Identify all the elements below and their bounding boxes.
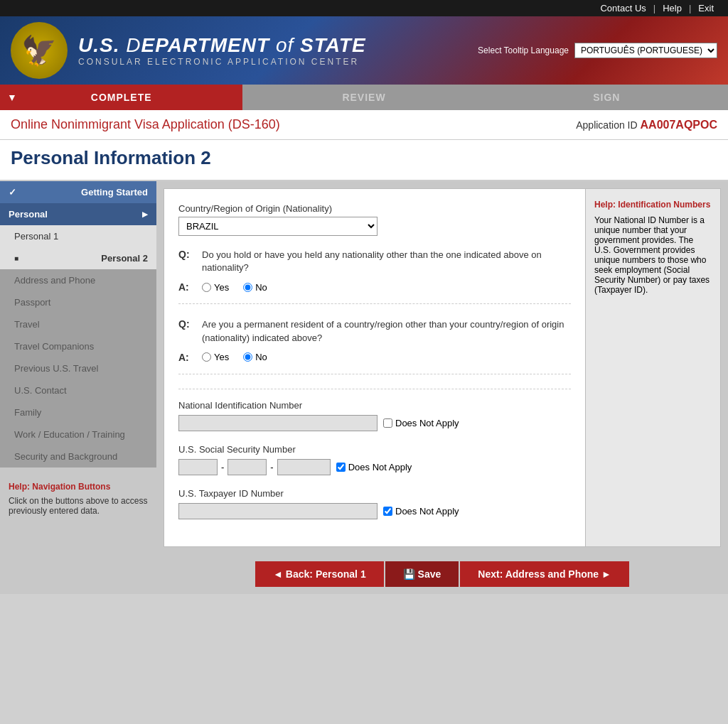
save-button[interactable]: 💾 Save: [385, 561, 459, 587]
q2-no-radio[interactable]: [243, 352, 252, 362]
app-header: Online Nonimmigrant Visa Application (DS…: [0, 110, 728, 140]
page-title: Personal Information 2: [0, 140, 728, 181]
question-2-row: Q: Are you a permanent resident of a cou…: [178, 318, 571, 344]
sidebar-item-us-contact[interactable]: U.S. Contact: [0, 379, 156, 401]
q1-yes-option[interactable]: Yes: [202, 282, 229, 293]
sidebar-item-family[interactable]: Family: [0, 401, 156, 423]
a1-label: A:: [178, 281, 196, 293]
sidebar-help-text: Click on the buttons above to access pre…: [9, 496, 148, 516]
q2-yes-radio[interactable]: [202, 352, 211, 362]
nationality-group: Country/Region of Origin (Nationality) B…: [178, 203, 571, 236]
national-id-dna-checkbox[interactable]: [383, 418, 392, 428]
answer-2-row: A: Yes No: [178, 352, 571, 363]
sidebar-item-personal-1[interactable]: Personal 1: [0, 225, 156, 247]
content-wrapper: Getting Started Personal Personal 1 Pers…: [0, 181, 728, 594]
taxpayer-id-dna-label[interactable]: Does Not Apply: [383, 506, 459, 517]
agency-seal: 🦅: [11, 22, 68, 79]
sidebar-help: Help: Navigation Buttons Click on the bu…: [0, 475, 156, 523]
taxpayer-id-label: U.S. Taxpayer ID Number: [178, 488, 571, 499]
question-2-block: Q: Are you a permanent resident of a cou…: [178, 318, 571, 374]
agency-title: U.S. DEPARTMENT of STATE CONSULAR ELECTR…: [78, 34, 467, 67]
tab-sign[interactable]: SIGN: [486, 85, 728, 110]
nav-tabs: COMPLETE REVIEW SIGN: [0, 85, 728, 110]
sidebar-item-address[interactable]: Address and Phone: [0, 269, 156, 291]
a2-label: A:: [178, 352, 196, 363]
ssn-inputs: - -: [178, 459, 331, 475]
sidebar: Getting Started Personal Personal 1 Pers…: [0, 181, 156, 594]
sidebar-item-travel-companions[interactable]: Travel Companions: [0, 335, 156, 357]
sidebar-item-travel[interactable]: Travel: [0, 313, 156, 335]
site-header: 🦅 U.S. DEPARTMENT of STATE CONSULAR ELEC…: [0, 16, 728, 85]
sidebar-item-getting-started[interactable]: Getting Started: [0, 181, 156, 203]
tooltip-language-selector[interactable]: Select Tooltip Language PORTUGUÊS (PORTU…: [478, 43, 717, 58]
exit-link[interactable]: Exit: [691, 3, 721, 13]
help-link[interactable]: Help: [655, 3, 689, 13]
header-right: Select Tooltip Language PORTUGUÊS (PORTU…: [478, 43, 717, 58]
q2-text: Are you a permanent resident of a countr…: [202, 318, 571, 344]
national-id-label: National Identification Number: [178, 400, 571, 411]
help-heading: Help: Identification Numbers: [594, 200, 712, 210]
q1-radio-group: Yes No: [202, 282, 267, 293]
nationality-select[interactable]: BRAZIL: [178, 217, 378, 236]
app-title: Online Nonimmigrant Visa Application (DS…: [11, 117, 280, 132]
ssn-dna-checkbox[interactable]: [336, 463, 346, 472]
q1-yes-radio[interactable]: [202, 283, 211, 292]
ssn-part2-input[interactable]: [228, 459, 267, 475]
tab-review[interactable]: REVIEW: [242, 85, 485, 110]
q2-label: Q:: [178, 318, 196, 344]
national-id-dna-label[interactable]: Does Not Apply: [383, 418, 459, 428]
app-id: Application ID AA007AQPOC: [576, 119, 717, 131]
ssn-part1-input[interactable]: [178, 459, 218, 475]
question-1-block: Q: Do you hold or have you held any nati…: [178, 249, 571, 304]
form-area: Country/Region of Origin (Nationality) B…: [156, 181, 728, 554]
sidebar-item-personal-2[interactable]: Personal 2: [0, 247, 156, 269]
help-sidebar: Help: Identification Numbers Your Nation…: [586, 188, 721, 547]
sidebar-help-title: Help: Navigation Buttons: [9, 482, 148, 492]
app-id-value: AA007AQPOC: [641, 119, 717, 131]
form-main: Country/Region of Origin (Nationality) B…: [164, 188, 586, 547]
language-select[interactable]: PORTUGUÊS (PORTUGUESE): [574, 43, 717, 58]
q2-radio-group: Yes No: [202, 352, 267, 362]
help-body-text: Your National ID Number is a unique numb…: [594, 215, 712, 295]
ssn-field-row: - - Does Not Apply: [178, 459, 571, 475]
q1-label: Q:: [178, 249, 196, 274]
question-1-row: Q: Do you hold or have you held any nati…: [178, 249, 571, 274]
main-content: Country/Region of Origin (Nationality) B…: [156, 181, 728, 594]
national-id-input[interactable]: [178, 415, 378, 431]
q1-no-option[interactable]: No: [243, 282, 267, 293]
sidebar-item-passport[interactable]: Passport: [0, 291, 156, 313]
national-id-group: National Identification Number Does Not …: [178, 389, 571, 431]
q2-no-option[interactable]: No: [243, 352, 267, 362]
q2-yes-option[interactable]: Yes: [202, 352, 229, 362]
tooltip-label: Select Tooltip Language: [478, 45, 569, 55]
sidebar-item-security[interactable]: Security and Background: [0, 445, 156, 468]
nationality-label: Country/Region of Origin (Nationality): [178, 203, 571, 214]
taxpayer-id-group: U.S. Taxpayer ID Number Does Not Apply: [178, 488, 571, 519]
answer-1-row: A: Yes No: [178, 281, 571, 293]
contact-us-link[interactable]: Contact Us: [593, 3, 653, 13]
taxpayer-id-input[interactable]: [178, 503, 378, 519]
top-bar: Contact Us | Help | Exit: [0, 0, 728, 16]
bottom-nav: ◄ Back: Personal 1 💾 Save Next: Address …: [156, 554, 728, 594]
sidebar-item-personal[interactable]: Personal: [0, 203, 156, 225]
national-id-field-row: Does Not Apply: [178, 415, 571, 431]
ssn-part3-input[interactable]: [277, 459, 331, 475]
back-button[interactable]: ◄ Back: Personal 1: [255, 561, 384, 587]
taxpayer-id-dna-checkbox[interactable]: [383, 507, 392, 516]
bottom-nav-inner: ◄ Back: Personal 1 💾 Save Next: Address …: [255, 561, 629, 587]
ssn-label: U.S. Social Security Number: [178, 444, 571, 455]
q1-no-radio[interactable]: [243, 283, 252, 292]
agency-name: U.S. DEPARTMENT of STATE: [78, 34, 467, 57]
agency-subtitle: CONSULAR ELECTRONIC APPLICATION CENTER: [78, 57, 467, 67]
sidebar-item-previous-travel[interactable]: Previous U.S. Travel: [0, 357, 156, 379]
sidebar-item-work-education[interactable]: Work / Education / Training: [0, 423, 156, 445]
tab-complete[interactable]: COMPLETE: [0, 85, 242, 110]
next-button[interactable]: Next: Address and Phone ►: [460, 561, 629, 587]
ssn-group: U.S. Social Security Number - - Does Not…: [178, 444, 571, 475]
q1-text: Do you hold or have you held any nationa…: [202, 249, 571, 274]
ssn-dna-label[interactable]: Does Not Apply: [336, 462, 412, 472]
taxpayer-id-field-row: Does Not Apply: [178, 503, 571, 519]
